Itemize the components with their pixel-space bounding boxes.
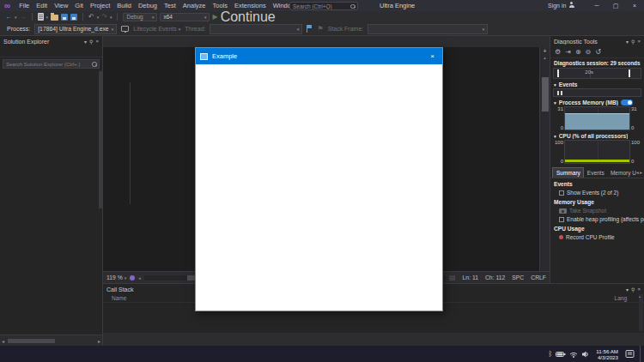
- navigate-forward-icon[interactable]: →: [20, 13, 27, 21]
- redo-icon[interactable]: ↷: [101, 13, 107, 21]
- process-dropdown[interactable]: [17864] Ultra Engine_d.exe ▾: [34, 24, 117, 34]
- menu-file[interactable]: File: [15, 2, 33, 9]
- close-button[interactable]: ×: [625, 0, 644, 11]
- stack-frame-dropdown[interactable]: ▾: [368, 24, 488, 34]
- navigate-back-caret[interactable]: ▾: [15, 15, 17, 20]
- scroll-left-icon[interactable]: ◂: [138, 275, 141, 281]
- export-icon[interactable]: ⇥: [565, 48, 571, 56]
- flag-current-thread-icon[interactable]: [307, 25, 313, 33]
- sign-in-button[interactable]: Sign in: [548, 2, 574, 9]
- network-icon[interactable]: [569, 350, 578, 359]
- undo-icon[interactable]: ↶: [88, 13, 94, 21]
- cpu-section-header[interactable]: ▾ CPU (% of all processors): [550, 132, 644, 140]
- pin-icon[interactable]: ⚲: [631, 287, 635, 293]
- close-icon[interactable]: ×: [637, 39, 641, 44]
- debug-configuration-dropdown[interactable]: Debug▾: [123, 13, 157, 21]
- scroll-up-icon[interactable]: ▴: [540, 55, 550, 61]
- taskbar-clock[interactable]: 11:56 AM 4/3/2023: [596, 348, 618, 360]
- diagnostics-timeline-ruler[interactable]: 20s: [553, 68, 641, 79]
- solution-explorer-search[interactable]: Search Solution Explorer (Ctrl+;): [3, 59, 100, 69]
- notification-center-icon[interactable]: [625, 349, 635, 359]
- tab-memory-usage[interactable]: Memory Usage: [607, 168, 636, 178]
- menu-test[interactable]: Test: [161, 2, 179, 9]
- memory-toggle[interactable]: [621, 100, 633, 106]
- pin-icon[interactable]: ⚲: [89, 39, 93, 45]
- save-all-icon[interactable]: [70, 14, 77, 21]
- close-icon[interactable]: ×: [637, 287, 641, 292]
- scroll-thumb[interactable]: [8, 339, 55, 343]
- thread-dropdown[interactable]: ▾: [210, 24, 302, 34]
- process-value: [17864] Ultra Engine_d.exe: [38, 26, 108, 32]
- solution-explorer-header: Solution Explorer ▾ ⚲ ×: [0, 36, 102, 46]
- menu-analyze[interactable]: Analyze: [179, 2, 210, 9]
- new-file-icon[interactable]: [38, 13, 44, 21]
- debug-location-toolbar: Process: [17864] Ultra Engine_d.exe ▾ Li…: [0, 22, 644, 36]
- tab-summary[interactable]: Summary: [552, 167, 584, 178]
- minimize-button[interactable]: ─: [587, 0, 606, 11]
- scroll-thumb[interactable]: [542, 77, 549, 112]
- memory-section-header[interactable]: ▾ Process Memory (MB): [550, 99, 644, 106]
- pin-icon[interactable]: ⚲: [631, 39, 635, 45]
- spaces-indicator[interactable]: SPC: [512, 275, 524, 281]
- tab-scroll-arrows[interactable]: ◂ ▸: [636, 170, 642, 175]
- undo-caret[interactable]: ▾: [97, 15, 100, 20]
- events-section-header[interactable]: ▾ Events: [550, 81, 644, 88]
- lifecycle-events-button[interactable]: Lifecycle Events ▾: [133, 26, 180, 32]
- take-snapshot-link[interactable]: Take Snapshot: [550, 206, 644, 214]
- redo-caret[interactable]: ▾: [110, 15, 112, 20]
- new-file-caret[interactable]: ▾: [46, 15, 49, 20]
- close-icon[interactable]: ×: [95, 39, 99, 44]
- horizontal-scrollbar[interactable]: ◂ ▸: [0, 335, 102, 346]
- heap-profiling-link[interactable]: Enable heap profiling (affects performan…: [550, 214, 644, 223]
- cpu-usage-graph: 1000 1000: [552, 140, 642, 164]
- panel-options-caret-icon[interactable]: ▾: [84, 39, 87, 45]
- record-cpu-profile-link[interactable]: Record CPU Profile: [550, 232, 644, 241]
- open-folder-icon[interactable]: [51, 15, 58, 21]
- column-lang[interactable]: Lang: [615, 295, 635, 301]
- volume-icon[interactable]: [581, 350, 590, 359]
- continue-play-icon[interactable]: ▶: [212, 13, 217, 21]
- zoom-in-icon[interactable]: ⊕: [575, 48, 581, 56]
- show-desktop-button[interactable]: [640, 346, 642, 362]
- line-indicator[interactable]: Ln: 11: [463, 275, 478, 281]
- bluetooth-icon[interactable]: ᛒ: [549, 350, 553, 359]
- editor-health-icon[interactable]: ▤: [449, 274, 456, 281]
- scroll-left-icon[interactable]: ◂: [2, 338, 4, 344]
- eol-indicator[interactable]: CRLF: [531, 275, 546, 281]
- menu-build[interactable]: Build: [113, 2, 135, 9]
- editor-vertical-scrollbar[interactable]: + ▴: [539, 47, 550, 271]
- show-flagged-only-icon[interactable]: ⚑: [317, 25, 323, 33]
- vertical-scrollbar[interactable]: [639, 294, 643, 331]
- column-name[interactable]: Name: [112, 295, 126, 301]
- vertical-scrollbar[interactable]: [99, 71, 102, 208]
- panel-options-caret-icon[interactable]: ▾: [626, 287, 629, 293]
- close-icon[interactable]: ×: [427, 52, 438, 60]
- events-timeline[interactable]: [553, 88, 641, 97]
- example-app-window[interactable]: Example ×: [195, 47, 443, 311]
- menu-project[interactable]: Project: [87, 2, 113, 9]
- show-events-link[interactable]: Show Events (2 of 2): [550, 188, 644, 196]
- battery-icon[interactable]: [556, 350, 566, 359]
- chevron-down-icon: ▾: [554, 82, 556, 87]
- menu-edit[interactable]: Edit: [33, 2, 51, 9]
- split-editor-icon[interactable]: +: [540, 47, 550, 55]
- menu-debug[interactable]: Debug: [135, 2, 161, 9]
- global-search-box[interactable]: Search (Ctrl+Q): [289, 2, 358, 10]
- column-indicator[interactable]: Ch: 112: [485, 275, 505, 281]
- maximize-button[interactable]: ▢: [606, 0, 625, 11]
- settings-gear-icon[interactable]: ⚙: [555, 48, 561, 56]
- panel-options-caret-icon[interactable]: ▾: [626, 39, 629, 45]
- clock-time: 11:56 AM: [596, 348, 618, 354]
- example-title-bar[interactable]: Example ×: [196, 48, 442, 64]
- zoom-out-icon[interactable]: ⊖: [586, 48, 592, 56]
- navigate-back-icon[interactable]: ←: [5, 13, 12, 21]
- reset-view-icon[interactable]: ↺: [595, 48, 601, 56]
- menu-git[interactable]: Git: [71, 2, 87, 9]
- zoom-dropdown[interactable]: 119 % ▾: [106, 275, 126, 281]
- menu-view[interactable]: View: [51, 2, 71, 9]
- platform-dropdown[interactable]: x64▾: [160, 13, 210, 21]
- live-share-icon[interactable]: [130, 275, 135, 281]
- scroll-right-icon[interactable]: ▸: [98, 338, 100, 344]
- tab-events[interactable]: Events: [584, 168, 607, 178]
- save-icon[interactable]: [61, 14, 68, 21]
